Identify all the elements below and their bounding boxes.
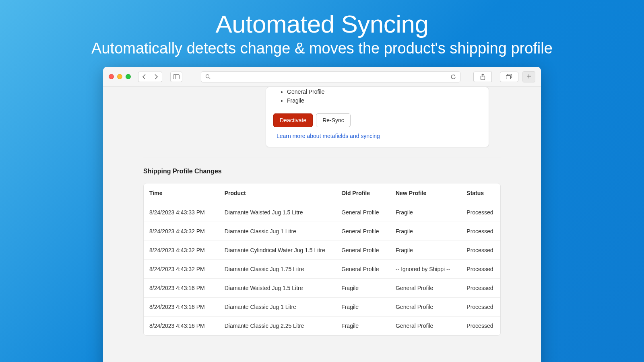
cell-product: Diamante Classic Jug 1.75 Litre — [219, 259, 336, 278]
cell-status: Processed — [461, 316, 500, 335]
cell-new: -- Ignored by Shippi -- — [390, 259, 461, 278]
cell-product: Diamante Waisted Jug 1.5 Litre — [219, 278, 336, 297]
share-icon — [480, 74, 485, 80]
forward-button[interactable] — [150, 72, 162, 82]
browser-toolbar: + — [103, 67, 541, 87]
minimize-window-icon[interactable] — [117, 74, 122, 79]
search-icon — [205, 74, 211, 79]
table-row: 8/24/2023 4:43:32 PMDiamante Classic Jug… — [144, 259, 500, 278]
cell-product: Diamante Waisted Jug 1.5 Litre — [219, 203, 336, 222]
tabs-button[interactable] — [500, 72, 518, 82]
learn-more-link[interactable]: Learn more about metafields and syncing — [277, 133, 380, 139]
deactivate-button[interactable]: Deactivate — [273, 113, 313, 127]
address-bar[interactable] — [201, 71, 460, 82]
cell-status: Processed — [461, 259, 500, 278]
nav-buttons — [138, 72, 162, 82]
cell-product: Diamante Classic Jug 2.25 Litre — [219, 316, 336, 335]
sidebar-icon — [173, 74, 180, 79]
table-row: 8/24/2023 4:43:16 PMDiamante Waisted Jug… — [144, 278, 500, 297]
cell-old: General Profile — [336, 241, 390, 259]
chevron-left-icon — [142, 74, 146, 80]
cell-time: 8/24/2023 4:43:16 PM — [144, 297, 219, 316]
cell-time: 8/24/2023 4:43:32 PM — [144, 241, 219, 259]
cell-old: Fragile — [336, 316, 390, 335]
hero-title: Automated Syncing — [0, 10, 644, 38]
new-tab-button[interactable]: + — [522, 71, 535, 82]
table-row: 8/24/2023 4:43:33 PMDiamante Waisted Jug… — [144, 203, 500, 222]
list-item: Fragile — [287, 96, 481, 105]
changes-table: Time Product Old Profile New Profile Sta… — [144, 183, 500, 335]
table-row: 8/24/2023 4:43:16 PMDiamante Classic Jug… — [144, 316, 500, 335]
cell-status: Processed — [461, 203, 500, 222]
cell-time: 8/24/2023 4:43:32 PM — [144, 222, 219, 241]
cell-old: General Profile — [336, 222, 390, 241]
col-header-status: Status — [461, 183, 500, 203]
cell-time: 8/24/2023 4:43:33 PM — [144, 203, 219, 222]
svg-rect-6 — [506, 75, 511, 79]
cell-status: Processed — [461, 278, 500, 297]
share-button[interactable] — [473, 72, 492, 82]
section-divider — [143, 158, 501, 158]
cell-time: 8/24/2023 4:43:16 PM — [144, 278, 219, 297]
browser-window: + General Profile Fragile Deactivate Re-… — [103, 67, 541, 362]
table-row: 8/24/2023 4:43:16 PMDiamante Classic Jug… — [144, 297, 500, 316]
sidebar-toggle-button[interactable] — [170, 72, 182, 82]
cell-status: Processed — [461, 241, 500, 259]
plus-icon: + — [526, 72, 531, 81]
cell-new: General Profile — [390, 297, 461, 316]
cell-old: General Profile — [336, 259, 390, 278]
sync-settings-card: General Profile Fragile Deactivate Re-Sy… — [266, 87, 489, 147]
list-item: General Profile — [287, 87, 481, 96]
cell-old: General Profile — [336, 203, 390, 222]
back-button[interactable] — [138, 72, 150, 82]
toolbar-right: + — [469, 71, 535, 82]
button-row: Deactivate Re-Sync — [273, 113, 481, 127]
table-header-row: Time Product Old Profile New Profile Sta… — [144, 183, 500, 203]
table-row: 8/24/2023 4:43:32 PMDiamante Cylindrical… — [144, 241, 500, 259]
cell-product: Diamante Classic Jug 1 Litre — [219, 297, 336, 316]
hero-subtitle: Automatically detects change & moves the… — [0, 40, 644, 57]
close-window-icon[interactable] — [109, 74, 114, 79]
cell-status: Processed — [461, 222, 500, 241]
svg-point-2 — [206, 75, 209, 78]
profiles-list: General Profile Fragile — [287, 87, 481, 105]
hero: Automated Syncing Automatically detects … — [0, 0, 644, 57]
maximize-window-icon[interactable] — [126, 74, 131, 79]
svg-rect-0 — [173, 74, 180, 79]
col-header-new: New Profile — [390, 183, 461, 203]
window-controls — [109, 74, 131, 79]
tabs-icon — [506, 74, 512, 80]
section-title: Shipping Profile Changes — [143, 168, 541, 175]
cell-product: Diamante Cylindrical Water Jug 1.5 Litre — [219, 241, 336, 259]
cell-new: Fragile — [390, 241, 461, 259]
cell-old: Fragile — [336, 297, 390, 316]
table-row: 8/24/2023 4:43:32 PMDiamante Classic Jug… — [144, 222, 500, 241]
cell-new: General Profile — [390, 316, 461, 335]
chevron-right-icon — [154, 74, 158, 80]
cell-time: 8/24/2023 4:43:16 PM — [144, 316, 219, 335]
cell-new: General Profile — [390, 278, 461, 297]
col-header-time: Time — [144, 183, 219, 203]
reload-icon[interactable] — [450, 74, 456, 80]
svg-line-3 — [209, 78, 211, 79]
cell-old: Fragile — [336, 278, 390, 297]
col-header-old: Old Profile — [336, 183, 390, 203]
col-header-product: Product — [219, 183, 336, 203]
changes-table-card: Time Product Old Profile New Profile Sta… — [143, 183, 501, 336]
cell-status: Processed — [461, 297, 500, 316]
page-viewport: General Profile Fragile Deactivate Re-Sy… — [103, 87, 541, 362]
cell-new: Fragile — [390, 222, 461, 241]
cell-time: 8/24/2023 4:43:32 PM — [144, 259, 219, 278]
cell-new: Fragile — [390, 203, 461, 222]
resync-button[interactable]: Re-Sync — [316, 113, 351, 127]
cell-product: Diamante Classic Jug 1 Litre — [219, 222, 336, 241]
